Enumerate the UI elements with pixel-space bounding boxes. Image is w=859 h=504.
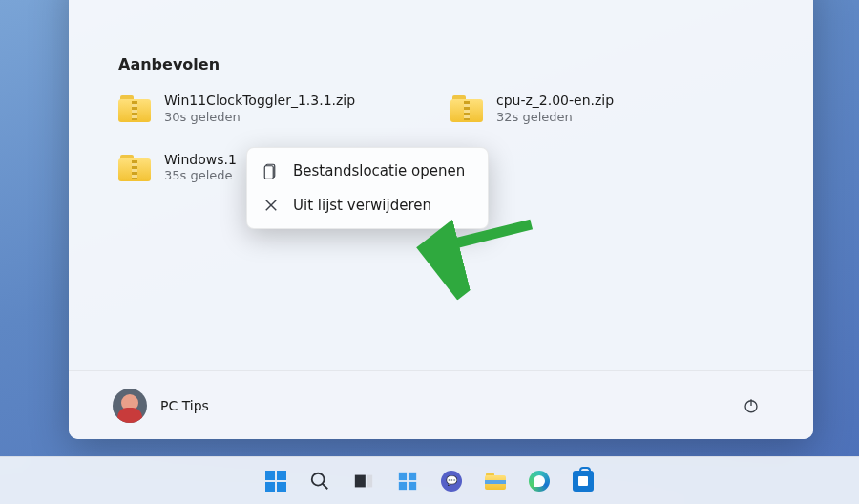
menu-item-label: Bestandslocatie openen (293, 162, 465, 179)
taskbar-explorer-button[interactable] (481, 467, 510, 495)
recommended-item-time: 30s geleden (164, 110, 355, 125)
user-account-button[interactable]: PC Tips (113, 388, 209, 423)
recommended-item[interactable]: Win11ClockToggler_1.3.1.zip 30s geleden (118, 93, 431, 125)
svg-point-7 (312, 472, 325, 485)
zip-folder-icon (118, 155, 151, 181)
edge-icon (529, 471, 550, 492)
menu-item-label: Uit lijst verwijderen (293, 197, 431, 214)
file-explorer-icon (485, 472, 506, 490)
svg-rect-3 (264, 166, 273, 179)
recommended-item-text: Windows.1 35s gelede (164, 152, 237, 184)
taskview-icon (353, 471, 374, 492)
menu-remove-from-list[interactable]: Uit lijst verwijderen (247, 188, 488, 222)
taskbar-store-button[interactable] (569, 467, 597, 495)
recommended-item-name: cpu-z_2.00-en.zip (496, 93, 614, 110)
taskbar: 💬 (0, 456, 859, 504)
svg-rect-9 (355, 474, 366, 487)
recommended-title: Aanbevolen (118, 55, 764, 74)
taskbar-start-button[interactable] (262, 467, 290, 495)
svg-line-8 (323, 483, 328, 489)
zip-folder-icon (450, 95, 483, 122)
svg-rect-11 (399, 472, 407, 479)
recommended-item-text: cpu-z_2.00-en.zip 32s geleden (496, 93, 614, 125)
close-icon (262, 197, 280, 214)
chat-icon: 💬 (441, 471, 462, 492)
taskbar-chat-button[interactable]: 💬 (437, 467, 466, 495)
search-icon (309, 471, 330, 492)
recommended-item-name: Win11ClockToggler_1.3.1.zip (164, 93, 355, 110)
taskbar-search-button[interactable] (305, 467, 334, 495)
zip-folder-icon (118, 95, 151, 122)
taskbar-taskview-button[interactable] (349, 467, 378, 495)
svg-rect-12 (409, 472, 416, 479)
recommended-item-time: 35s gelede (164, 168, 237, 183)
recommended-item-time: 32s geleden (496, 110, 614, 125)
power-icon (743, 397, 760, 414)
recommended-item[interactable]: cpu-z_2.00-en.zip 32s geleden (450, 93, 764, 125)
power-button[interactable] (733, 388, 769, 424)
taskbar-edge-button[interactable] (525, 467, 554, 495)
start-bottom-bar: PC Tips (69, 370, 813, 439)
user-name-label: PC Tips (160, 398, 209, 413)
file-location-icon (262, 162, 280, 179)
recommended-item-name: Windows.1 (164, 152, 237, 169)
taskbar-widgets-button[interactable] (393, 467, 422, 495)
menu-open-file-location[interactable]: Bestandslocatie openen (247, 154, 488, 188)
widgets-icon (397, 471, 418, 492)
windows-logo-icon (265, 471, 286, 492)
context-menu: Bestandslocatie openen Uit lijst verwijd… (246, 147, 489, 229)
svg-rect-13 (399, 481, 407, 489)
avatar-icon (113, 388, 147, 423)
svg-rect-14 (409, 481, 416, 489)
store-icon (573, 471, 594, 492)
svg-rect-10 (367, 474, 373, 487)
recommended-item-text: Win11ClockToggler_1.3.1.zip 30s geleden (164, 93, 355, 125)
